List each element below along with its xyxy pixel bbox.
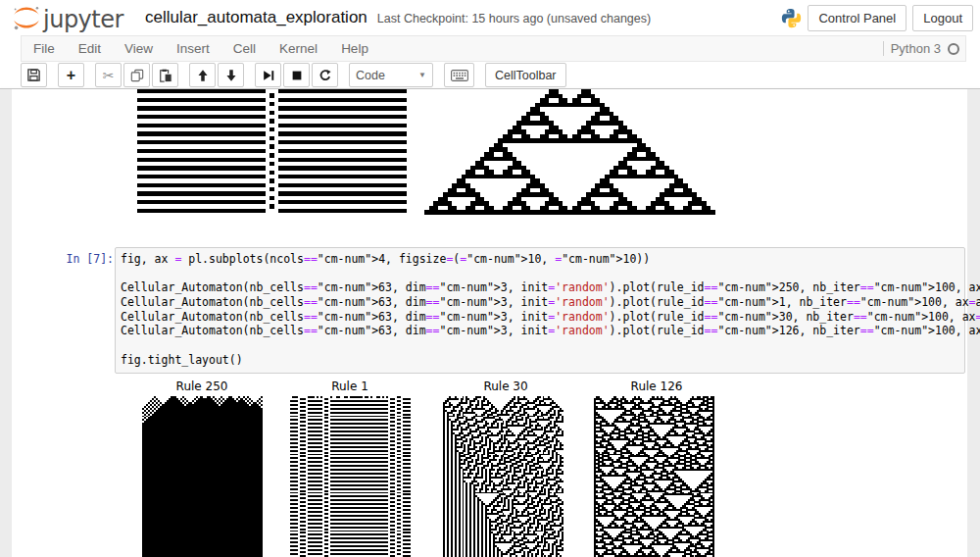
code-line: Cellular_Automaton(nb_cells=="cm-num">63…: [121, 295, 959, 310]
logout-button[interactable]: Logout: [912, 5, 973, 31]
code-line: fig, ax = pl.subplots(ncols=="cm-num">4,…: [121, 252, 959, 267]
jupyter-logo[interactable]: jupyter: [12, 3, 123, 36]
menu-kernel[interactable]: Kernel: [268, 36, 329, 61]
notebook-header: jupyter cellular_automata_exploration La…: [0, 0, 980, 35]
arrow-up-icon: [196, 69, 210, 82]
kernel-name-label: Python 3: [891, 41, 941, 56]
input-prompt: In [7]:: [53, 252, 114, 267]
menu-file[interactable]: File: [22, 36, 67, 61]
run-icon: [262, 69, 275, 82]
command-palette-button[interactable]: [444, 63, 474, 87]
ca-plot-rule-1: [290, 396, 411, 557]
code-line: fig.tight_layout(): [121, 353, 959, 368]
menu-insert[interactable]: Insert: [165, 36, 221, 61]
ca-plot-upper-right: [424, 89, 715, 215]
menu-edit[interactable]: Edit: [67, 36, 113, 61]
kernel-idle-icon: [948, 43, 959, 55]
code-editor[interactable]: fig, ax = pl.subplots(ncols=="cm-num">4,…: [115, 247, 965, 374]
cell-type-value: Code: [356, 69, 385, 82]
checkpoint-status: Last Checkpoint: 15 hours ago (unsaved c…: [377, 10, 651, 25]
ca-plot-rule-126: [594, 396, 714, 557]
code-line: Cellular_Automaton(nb_cells=="cm-num">63…: [121, 324, 959, 338]
paste-cell-button[interactable]: [152, 63, 178, 87]
save-button[interactable]: [21, 63, 47, 87]
notebook-title[interactable]: cellular_automata_exploration: [145, 8, 368, 27]
arrow-down-icon: [224, 69, 238, 82]
code-line: Cellular_Automaton(nb_cells=="cm-num">63…: [121, 280, 959, 295]
stop-icon: [290, 69, 304, 82]
menu-cell[interactable]: Cell: [221, 36, 268, 61]
save-icon: [26, 68, 41, 82]
code-line: [121, 338, 959, 353]
paste-icon: [159, 69, 172, 82]
add-cell-button[interactable]: +: [58, 63, 84, 87]
run-cell-button[interactable]: [255, 63, 281, 87]
copy-icon: [130, 69, 144, 82]
kernel-divider: [883, 41, 884, 56]
jupyter-wordmark: jupyter: [43, 6, 123, 33]
menu-view[interactable]: View: [113, 36, 165, 61]
celltoolbar-button[interactable]: CellToolbar: [485, 63, 566, 87]
move-cell-up-button[interactable]: [189, 63, 216, 87]
code-line: [121, 267, 959, 281]
copy-cell-button[interactable]: [123, 63, 150, 87]
fig-title-rule-30: Rule 30: [437, 380, 574, 393]
fig-title-rule-250: Rule 250: [133, 380, 270, 393]
notebook-scroll-area[interactable]: In [7]: fig, ax = pl.subplots(ncols=="cm…: [0, 89, 980, 557]
keyboard-icon: [451, 70, 468, 81]
toolbar: + ✂: [21, 62, 966, 88]
restart-kernel-button[interactable]: [312, 63, 338, 87]
scissors-icon: ✂: [103, 69, 115, 82]
restart-icon: [318, 69, 332, 82]
ca-plot-upper-left: [137, 89, 407, 213]
interrupt-kernel-button[interactable]: [283, 63, 310, 87]
cell-type-dropdown[interactable]: Code ▼: [349, 63, 433, 87]
control-panel-button[interactable]: Control Panel: [808, 5, 906, 31]
menu-help[interactable]: Help: [329, 36, 380, 61]
code-line: Cellular_Automaton(nb_cells=="cm-num">63…: [121, 310, 959, 325]
python-logo-icon: [781, 8, 802, 28]
ca-plot-rule-30: [443, 396, 564, 557]
chevron-down-icon: ▼: [418, 71, 426, 79]
move-cell-down-button[interactable]: [218, 63, 244, 87]
fig-title-rule-1: Rule 1: [281, 380, 418, 393]
jupyter-logo-icon: [12, 3, 41, 36]
fig-title-rule-126: Rule 126: [588, 380, 725, 393]
cut-cell-button[interactable]: ✂: [95, 63, 122, 87]
ca-plot-rule-250: [142, 396, 263, 557]
menubar: File Edit View Insert Cell Kernel Help P…: [21, 35, 966, 62]
plus-icon: +: [67, 68, 75, 83]
